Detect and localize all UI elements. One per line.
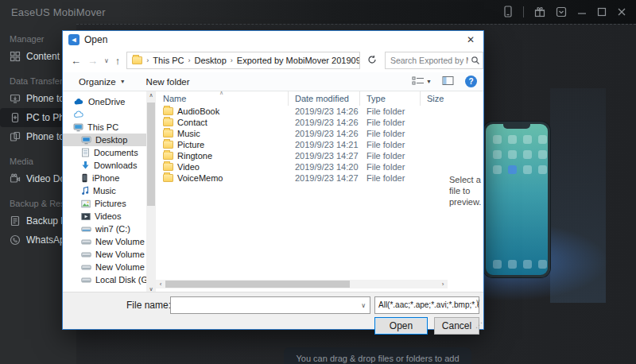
tree-item-music[interactable]: Music	[63, 184, 146, 197]
tree-item-label: Music	[93, 186, 116, 196]
folder-icon	[163, 163, 173, 171]
file-row-music[interactable]: Music 2019/9/23 14:26 File folder	[156, 128, 448, 139]
tree-scrollbar[interactable]: ∧ ∨	[146, 91, 156, 293]
file-date: 2019/9/23 14:21	[289, 140, 360, 149]
device-icon[interactable]	[503, 6, 513, 17]
cloud-icon	[73, 110, 84, 118]
tree-item-drive-d[interactable]: New Volume (D:)	[63, 235, 146, 248]
phone-dock	[493, 260, 547, 269]
phone-app-icon	[523, 150, 532, 159]
file-row-video[interactable]: Video 2019/9/23 14:20 File folder	[156, 161, 448, 172]
file-row-picture[interactable]: Picture 2019/9/23 14:21 File folder	[156, 139, 448, 150]
recent-locations-chevron-icon[interactable]: ∨	[104, 57, 109, 64]
horizontal-scrollbar[interactable]: ‹ ›	[156, 280, 448, 288]
tree-item-label: win7 (C:)	[95, 224, 130, 234]
organize-button[interactable]: Organize ▼	[79, 77, 126, 87]
dialog-body: OneDrive This PC Desktop Documents Downl…	[63, 91, 483, 293]
phone-app-icon	[538, 150, 547, 159]
breadcrumb-exported-folder[interactable]: Exported by MobiMover 20190923(2)	[237, 56, 360, 65]
preview-pane: Select a file to preview.	[446, 91, 483, 293]
column-header-size[interactable]: Size	[421, 91, 447, 106]
phone-app-icon	[538, 260, 547, 269]
file-row-audiobook[interactable]: AudioBook 2019/9/23 14:26 File folder	[156, 106, 448, 117]
up-icon[interactable]: ↑	[115, 55, 121, 67]
refresh-icon[interactable]	[366, 55, 378, 67]
file-name-input[interactable]	[171, 297, 370, 313]
tree-item-downloads[interactable]: Downloads	[63, 159, 146, 172]
address-bar[interactable]: › This PC › Desktop › Exported by MobiMo…	[126, 52, 359, 69]
file-type-select[interactable]: All(*.aac;*.ape;*.avi;*.bmp;*.epu	[374, 296, 479, 314]
open-button[interactable]: Open	[374, 317, 428, 335]
tree-item-documents[interactable]: Documents	[63, 146, 146, 159]
file-name: VoiceMemo	[177, 173, 223, 183]
phone-app-icon	[508, 165, 517, 174]
update-menu-icon[interactable]	[556, 6, 567, 17]
tree-item-pictures[interactable]: Pictures	[63, 197, 146, 210]
tree-item-drive-c[interactable]: win7 (C:)	[63, 223, 146, 235]
resize-grip[interactable]: ⋰	[475, 321, 483, 329]
tree-scrollbar-thumb[interactable]	[147, 103, 155, 206]
dialog-titlebar[interactable]: ◄ Open ✕	[63, 31, 483, 48]
search-icon[interactable]	[471, 56, 480, 68]
music-icon	[81, 186, 89, 196]
tree-item-label: This PC	[87, 122, 118, 132]
file-type: File folder	[360, 162, 421, 172]
sort-ascending-icon: ∧	[219, 90, 223, 96]
grid-icon	[10, 51, 21, 62]
folder-icon	[163, 141, 173, 149]
phone-app-icon	[493, 150, 502, 159]
tree-item-label: Downloads	[94, 161, 137, 170]
tree-item-onedrive[interactable]: OneDrive	[63, 95, 146, 108]
tree-item-drive-e[interactable]: New Volume (E:)	[63, 248, 146, 261]
close-icon[interactable]	[617, 7, 626, 17]
tree-item-desktop[interactable]: Desktop	[63, 134, 146, 146]
column-header-date[interactable]: Date modified	[289, 91, 360, 106]
window-controls	[503, 6, 626, 17]
phone-illustration	[483, 122, 550, 277]
minimize-icon[interactable]	[577, 7, 587, 17]
forward-icon[interactable]: →	[87, 55, 98, 67]
drag-drop-hint: You can drag & drop files or folders to …	[284, 347, 471, 364]
file-row-ringtone[interactable]: Ringtone 2019/9/23 14:27 File folder	[156, 150, 448, 161]
folder-icon	[163, 174, 173, 182]
tree-item-videos[interactable]: Videos	[63, 210, 146, 223]
file-row-contact[interactable]: Contact 2019/9/23 14:26 File folder	[156, 117, 448, 128]
file-name-label: File name:	[126, 300, 171, 311]
help-icon[interactable]: ?	[465, 76, 477, 87]
file-date: 2019/9/23 14:26	[289, 106, 360, 116]
scroll-up-icon[interactable]: ∧	[146, 92, 156, 99]
search-input[interactable]	[386, 52, 483, 68]
tree-item-drive-f[interactable]: New Volume (F:)	[63, 261, 146, 273]
folder-icon	[163, 107, 173, 115]
tree-item-cloud[interactable]	[63, 108, 146, 121]
column-header-type[interactable]: Type	[360, 91, 421, 106]
back-icon[interactable]: ←	[71, 55, 81, 67]
app-titlebar: EaseUS MobiMover	[0, 0, 636, 24]
tree-item-drive-g[interactable]: Local Disk (G:)	[63, 273, 146, 286]
folder-icon	[163, 118, 173, 126]
phone-app-icon	[493, 165, 502, 174]
maximize-icon[interactable]	[597, 7, 607, 17]
dialog-close-icon[interactable]: ✕	[458, 31, 483, 48]
scroll-left-icon[interactable]: ‹	[156, 281, 165, 288]
drive-icon	[81, 226, 91, 233]
file-name-chevron-icon[interactable]: ∨	[361, 302, 366, 309]
tree-item-this-pc[interactable]: This PC	[63, 121, 146, 134]
file-date: 2019/9/23 14:27	[289, 151, 360, 161]
breadcrumb-desktop[interactable]: Desktop	[194, 56, 226, 65]
file-row-voicememo[interactable]: VoiceMemo 2019/9/23 14:27 File folder	[156, 172, 448, 184]
dialog-bottom-panel: File name: ∨ All(*.aac;*.ape;*.avi;*.bmp…	[63, 292, 483, 329]
new-folder-button[interactable]: New folder	[146, 77, 190, 87]
file-type-chevron-icon[interactable]: ∨	[475, 298, 480, 305]
cancel-button[interactable]: Cancel	[434, 317, 479, 335]
gift-icon[interactable]	[534, 6, 545, 17]
horizontal-scrollbar-thumb[interactable]	[165, 281, 350, 288]
preview-pane-icon[interactable]	[442, 76, 454, 87]
titlebar-divider	[523, 6, 524, 17]
view-mode-icon[interactable]: ▼	[412, 76, 431, 87]
video-camera-icon	[10, 173, 21, 184]
breadcrumb-this-pc[interactable]: This PC	[153, 56, 184, 65]
tree-item-iphone[interactable]: iPhone	[63, 172, 146, 184]
drive-icon	[81, 238, 91, 246]
app-title: EaseUS MobiMover	[11, 6, 106, 18]
